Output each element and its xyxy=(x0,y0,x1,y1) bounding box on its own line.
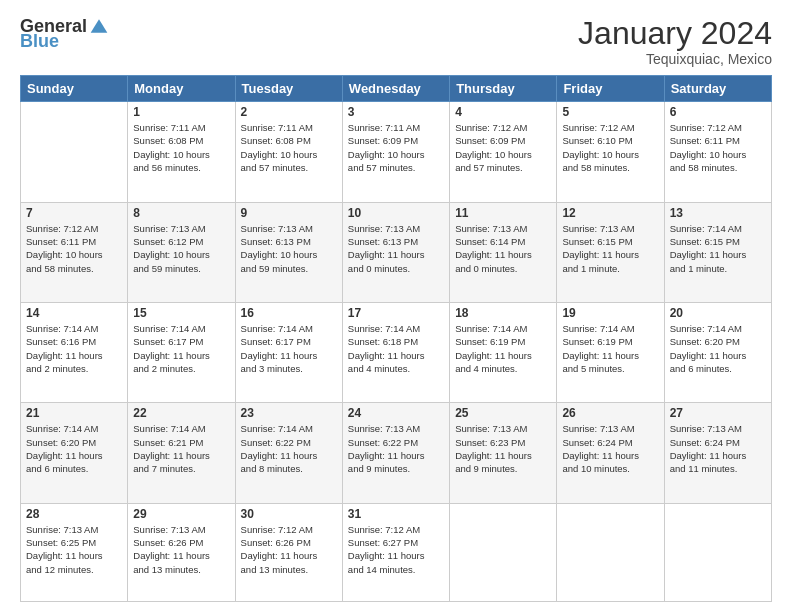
day-cell: 24Sunrise: 7:13 AMSunset: 6:22 PMDayligh… xyxy=(342,403,449,503)
week-row-3: 14Sunrise: 7:14 AMSunset: 6:16 PMDayligh… xyxy=(21,303,772,403)
day-number: 3 xyxy=(348,105,444,119)
day-number: 22 xyxy=(133,406,229,420)
day-cell: 4Sunrise: 7:12 AMSunset: 6:09 PMDaylight… xyxy=(450,102,557,202)
day-info: Sunrise: 7:13 AMSunset: 6:13 PMDaylight:… xyxy=(348,223,425,274)
day-cell: 12Sunrise: 7:13 AMSunset: 6:15 PMDayligh… xyxy=(557,202,664,302)
day-info: Sunrise: 7:14 AMSunset: 6:20 PMDaylight:… xyxy=(670,323,747,374)
header: General Blue January 2024 Tequixquiac, M… xyxy=(20,16,772,67)
day-cell: 25Sunrise: 7:13 AMSunset: 6:23 PMDayligh… xyxy=(450,403,557,503)
day-info: Sunrise: 7:14 AMSunset: 6:19 PMDaylight:… xyxy=(455,323,532,374)
weekday-header-thursday: Thursday xyxy=(450,76,557,102)
weekday-header-saturday: Saturday xyxy=(664,76,771,102)
day-info: Sunrise: 7:13 AMSunset: 6:23 PMDaylight:… xyxy=(455,423,532,474)
day-info: Sunrise: 7:12 AMSunset: 6:10 PMDaylight:… xyxy=(562,122,639,173)
day-number: 4 xyxy=(455,105,551,119)
day-info: Sunrise: 7:12 AMSunset: 6:26 PMDaylight:… xyxy=(241,524,318,575)
main-title: January 2024 xyxy=(578,16,772,51)
day-number: 20 xyxy=(670,306,766,320)
day-info: Sunrise: 7:14 AMSunset: 6:15 PMDaylight:… xyxy=(670,223,747,274)
day-number: 21 xyxy=(26,406,122,420)
day-number: 10 xyxy=(348,206,444,220)
logo-blue: Blue xyxy=(20,32,59,50)
weekday-header-tuesday: Tuesday xyxy=(235,76,342,102)
day-cell: 3Sunrise: 7:11 AMSunset: 6:09 PMDaylight… xyxy=(342,102,449,202)
day-cell xyxy=(664,503,771,601)
day-cell: 19Sunrise: 7:14 AMSunset: 6:19 PMDayligh… xyxy=(557,303,664,403)
day-number: 2 xyxy=(241,105,337,119)
day-info: Sunrise: 7:13 AMSunset: 6:25 PMDaylight:… xyxy=(26,524,103,575)
day-info: Sunrise: 7:14 AMSunset: 6:20 PMDaylight:… xyxy=(26,423,103,474)
day-cell: 22Sunrise: 7:14 AMSunset: 6:21 PMDayligh… xyxy=(128,403,235,503)
day-cell: 11Sunrise: 7:13 AMSunset: 6:14 PMDayligh… xyxy=(450,202,557,302)
day-number: 5 xyxy=(562,105,658,119)
day-cell: 8Sunrise: 7:13 AMSunset: 6:12 PMDaylight… xyxy=(128,202,235,302)
day-cell: 28Sunrise: 7:13 AMSunset: 6:25 PMDayligh… xyxy=(21,503,128,601)
day-cell: 18Sunrise: 7:14 AMSunset: 6:19 PMDayligh… xyxy=(450,303,557,403)
weekday-header-monday: Monday xyxy=(128,76,235,102)
day-number: 17 xyxy=(348,306,444,320)
day-number: 28 xyxy=(26,507,122,521)
weekday-header-sunday: Sunday xyxy=(21,76,128,102)
day-number: 9 xyxy=(241,206,337,220)
day-info: Sunrise: 7:14 AMSunset: 6:21 PMDaylight:… xyxy=(133,423,210,474)
day-cell: 30Sunrise: 7:12 AMSunset: 6:26 PMDayligh… xyxy=(235,503,342,601)
weekday-header-row: SundayMondayTuesdayWednesdayThursdayFrid… xyxy=(21,76,772,102)
day-number: 11 xyxy=(455,206,551,220)
day-number: 12 xyxy=(562,206,658,220)
day-number: 24 xyxy=(348,406,444,420)
day-number: 16 xyxy=(241,306,337,320)
day-info: Sunrise: 7:11 AMSunset: 6:09 PMDaylight:… xyxy=(348,122,425,173)
location-subtitle: Tequixquiac, Mexico xyxy=(578,51,772,67)
day-cell: 7Sunrise: 7:12 AMSunset: 6:11 PMDaylight… xyxy=(21,202,128,302)
day-number: 27 xyxy=(670,406,766,420)
week-row-2: 7Sunrise: 7:12 AMSunset: 6:11 PMDaylight… xyxy=(21,202,772,302)
day-number: 25 xyxy=(455,406,551,420)
day-cell: 1Sunrise: 7:11 AMSunset: 6:08 PMDaylight… xyxy=(128,102,235,202)
day-number: 7 xyxy=(26,206,122,220)
weekday-header-friday: Friday xyxy=(557,76,664,102)
logo: General Blue xyxy=(20,16,109,50)
day-cell: 15Sunrise: 7:14 AMSunset: 6:17 PMDayligh… xyxy=(128,303,235,403)
day-cell: 20Sunrise: 7:14 AMSunset: 6:20 PMDayligh… xyxy=(664,303,771,403)
day-number: 15 xyxy=(133,306,229,320)
day-cell xyxy=(450,503,557,601)
svg-marker-0 xyxy=(91,19,108,32)
day-number: 18 xyxy=(455,306,551,320)
day-info: Sunrise: 7:13 AMSunset: 6:22 PMDaylight:… xyxy=(348,423,425,474)
day-cell: 13Sunrise: 7:14 AMSunset: 6:15 PMDayligh… xyxy=(664,202,771,302)
day-info: Sunrise: 7:12 AMSunset: 6:09 PMDaylight:… xyxy=(455,122,532,173)
day-number: 8 xyxy=(133,206,229,220)
day-cell xyxy=(557,503,664,601)
day-info: Sunrise: 7:11 AMSunset: 6:08 PMDaylight:… xyxy=(133,122,210,173)
day-number: 14 xyxy=(26,306,122,320)
page: General Blue January 2024 Tequixquiac, M… xyxy=(0,0,792,612)
day-info: Sunrise: 7:13 AMSunset: 6:26 PMDaylight:… xyxy=(133,524,210,575)
day-cell: 17Sunrise: 7:14 AMSunset: 6:18 PMDayligh… xyxy=(342,303,449,403)
day-info: Sunrise: 7:13 AMSunset: 6:13 PMDaylight:… xyxy=(241,223,318,274)
day-cell: 29Sunrise: 7:13 AMSunset: 6:26 PMDayligh… xyxy=(128,503,235,601)
day-info: Sunrise: 7:13 AMSunset: 6:15 PMDaylight:… xyxy=(562,223,639,274)
title-block: January 2024 Tequixquiac, Mexico xyxy=(578,16,772,67)
day-info: Sunrise: 7:14 AMSunset: 6:22 PMDaylight:… xyxy=(241,423,318,474)
day-number: 6 xyxy=(670,105,766,119)
day-info: Sunrise: 7:12 AMSunset: 6:27 PMDaylight:… xyxy=(348,524,425,575)
calendar-table: SundayMondayTuesdayWednesdayThursdayFrid… xyxy=(20,75,772,602)
day-info: Sunrise: 7:14 AMSunset: 6:18 PMDaylight:… xyxy=(348,323,425,374)
day-number: 29 xyxy=(133,507,229,521)
day-cell: 27Sunrise: 7:13 AMSunset: 6:24 PMDayligh… xyxy=(664,403,771,503)
logo-icon xyxy=(89,16,109,36)
day-cell: 9Sunrise: 7:13 AMSunset: 6:13 PMDaylight… xyxy=(235,202,342,302)
day-cell: 21Sunrise: 7:14 AMSunset: 6:20 PMDayligh… xyxy=(21,403,128,503)
day-number: 31 xyxy=(348,507,444,521)
day-info: Sunrise: 7:13 AMSunset: 6:12 PMDaylight:… xyxy=(133,223,210,274)
day-cell: 16Sunrise: 7:14 AMSunset: 6:17 PMDayligh… xyxy=(235,303,342,403)
day-cell: 31Sunrise: 7:12 AMSunset: 6:27 PMDayligh… xyxy=(342,503,449,601)
week-row-4: 21Sunrise: 7:14 AMSunset: 6:20 PMDayligh… xyxy=(21,403,772,503)
week-row-1: 1Sunrise: 7:11 AMSunset: 6:08 PMDaylight… xyxy=(21,102,772,202)
day-cell: 23Sunrise: 7:14 AMSunset: 6:22 PMDayligh… xyxy=(235,403,342,503)
day-info: Sunrise: 7:13 AMSunset: 6:14 PMDaylight:… xyxy=(455,223,532,274)
day-number: 19 xyxy=(562,306,658,320)
day-cell: 10Sunrise: 7:13 AMSunset: 6:13 PMDayligh… xyxy=(342,202,449,302)
day-cell: 5Sunrise: 7:12 AMSunset: 6:10 PMDaylight… xyxy=(557,102,664,202)
day-number: 30 xyxy=(241,507,337,521)
